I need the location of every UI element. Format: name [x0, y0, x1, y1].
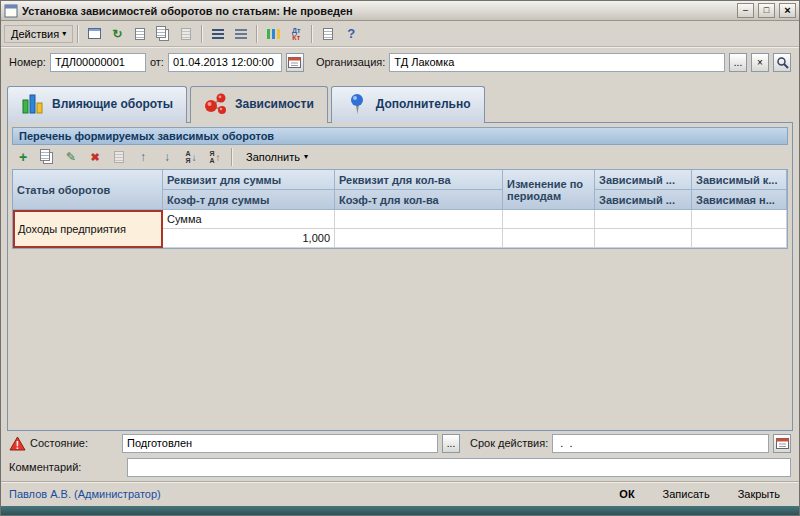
move-down-button[interactable]: ↓ [156, 147, 178, 167]
svg-text:!: ! [16, 439, 19, 450]
main-toolbar: Действия ▾ ↻ Дт Кт ? [1, 21, 799, 47]
magnifier-icon [776, 56, 789, 69]
list-icon [212, 29, 224, 39]
copy-document-button[interactable] [152, 24, 174, 44]
close-form-button[interactable]: Закрыть [727, 485, 791, 503]
journal-button[interactable] [317, 24, 339, 44]
column-header-dependent-4[interactable]: Зависимая н... [692, 190, 787, 210]
organization-input[interactable] [389, 53, 725, 72]
date-calendar-button[interactable] [286, 53, 304, 72]
actions-menu-button[interactable]: Действия ▾ [4, 25, 73, 43]
cell-empty[interactable] [503, 229, 595, 248]
cell-empty[interactable] [692, 229, 787, 248]
tab-label: Влияющие обороты [52, 97, 173, 111]
tab-additional[interactable]: Дополнительно [331, 86, 485, 123]
state-choose-button[interactable]: ... [442, 434, 460, 453]
add-row-button[interactable]: + [12, 147, 34, 167]
dtkt-icon: Дт Кт [292, 27, 300, 41]
sort-ascending-button[interactable]: АЯ ↓ [180, 147, 202, 167]
document-window: Установка зависимостей оборотов по стать… [0, 0, 800, 516]
comment-row: Комментарий: [1, 455, 799, 479]
table-title-bar: Перечень формируемых зависимых оборотов [12, 127, 788, 145]
column-header-dependent-1[interactable]: Зависимый ... [595, 170, 692, 190]
date-input[interactable] [168, 53, 282, 72]
add-copy-row-button[interactable] [36, 147, 58, 167]
cell-empty[interactable] [503, 210, 595, 229]
cell-empty[interactable] [335, 210, 503, 229]
document-header-row: Номер: от: Организация: ... × [1, 47, 799, 77]
pencil-icon: ✎ [66, 150, 76, 164]
fill-label: Заполнить [246, 151, 300, 163]
number-input[interactable] [50, 53, 146, 72]
toolbar-separator [311, 25, 313, 43]
state-row: ! Состояние: ... Срок действия: [1, 431, 799, 455]
help-button[interactable]: ? [340, 24, 362, 44]
column-header-sum-requisite[interactable]: Реквизит для суммы [163, 170, 335, 190]
close-button[interactable]: × [779, 3, 796, 18]
maximize-button[interactable]: □ [758, 3, 775, 18]
sort-descending-button[interactable]: ЯА ↑ [204, 147, 226, 167]
refresh-icon: ↻ [112, 27, 122, 41]
copy-icon [156, 26, 166, 38]
column-header-sum-coef[interactable]: Коэф-т для суммы [163, 190, 335, 210]
list-button[interactable] [207, 24, 229, 44]
arrow-up-icon: ↑ [140, 150, 146, 164]
validity-calendar-button[interactable] [773, 434, 791, 453]
post-document-button[interactable] [129, 24, 151, 44]
delete-row-button[interactable]: ✖ [84, 147, 106, 167]
tab-influencing-turnovers[interactable]: Влияющие обороты [7, 86, 187, 123]
ok-button[interactable]: ОК [608, 485, 645, 503]
fill-button[interactable]: Заполнить ▾ [238, 148, 316, 166]
cell-sum-coef[interactable]: 1,000 [163, 229, 335, 248]
window-title: Установка зависимостей оборотов по стать… [22, 5, 733, 17]
journal-icon [323, 28, 333, 40]
cell-empty[interactable] [692, 210, 787, 229]
organization-open-button[interactable] [773, 53, 791, 72]
delete-icon: ✖ [90, 151, 99, 164]
cell-empty[interactable] [595, 210, 692, 229]
save-button[interactable]: Записать [652, 485, 721, 503]
table-command-bar: + ✎ ✖ ↑ ↓ АЯ ↓ ЯА ↑ Заполнить [12, 145, 788, 169]
open-card-button[interactable] [83, 24, 105, 44]
move-up-button[interactable]: ↑ [132, 147, 154, 167]
ellipsis-icon: ... [447, 438, 455, 449]
cell-article-selected[interactable]: Доходы предприятия [13, 210, 163, 248]
state-input[interactable] [122, 434, 438, 453]
tab-dependencies[interactable]: Зависимости [190, 86, 328, 123]
footer-bar: Павлов А.В. (Администратор) ОК Записать … [1, 481, 799, 506]
comment-input[interactable] [127, 458, 791, 477]
bar-chart-icon [21, 92, 45, 116]
minimize-button[interactable]: – [737, 3, 754, 18]
validity-label: Срок действия: [470, 437, 548, 449]
add-icon: + [19, 149, 27, 165]
cell-sum-requisite[interactable]: Сумма [163, 210, 335, 229]
dtkt-button[interactable]: Дт Кт [285, 24, 307, 44]
column-header-article[interactable]: Статья оборотов [13, 170, 163, 210]
dropdown-arrow-icon: ▾ [304, 153, 308, 161]
cell-empty[interactable] [595, 229, 692, 248]
column-header-period-change[interactable]: Изменение по периодам [503, 170, 595, 210]
refresh-button[interactable]: ↻ [106, 24, 128, 44]
end-edit-button[interactable] [108, 147, 130, 167]
report-button[interactable] [262, 24, 284, 44]
column-header-dependent-3[interactable]: Зависимый ... [595, 190, 692, 210]
validity-input[interactable] [552, 434, 769, 453]
copy-icon [40, 149, 50, 161]
dependencies-tab-page: Перечень формируемых зависимых оборотов … [7, 122, 793, 431]
organization-clear-button[interactable]: × [751, 53, 769, 72]
edit-row-button[interactable]: ✎ [60, 147, 82, 167]
tab-label: Зависимости [235, 97, 314, 111]
document-icon [135, 28, 145, 40]
cell-empty[interactable] [335, 229, 503, 248]
column-header-qty-requisite[interactable]: Реквизит для кол-ва [335, 170, 503, 190]
organization-label: Организация: [316, 56, 385, 68]
ellipsis-icon: ... [734, 57, 742, 68]
user-link[interactable]: Павлов А.В. (Администратор) [9, 488, 602, 500]
organization-choose-button[interactable]: ... [729, 53, 747, 72]
column-header-dependent-2[interactable]: Зависимый к... [692, 170, 787, 190]
print-button[interactable] [175, 24, 197, 44]
list-settings-button[interactable] [230, 24, 252, 44]
toolbar-separator [231, 148, 233, 166]
column-header-qty-coef[interactable]: Коэф-т для кол-ва [335, 190, 503, 210]
toolbar-separator [77, 25, 79, 43]
